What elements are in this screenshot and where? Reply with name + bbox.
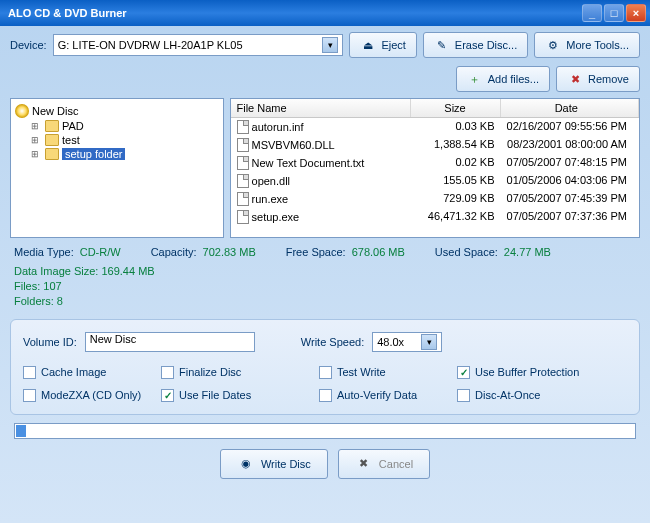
folder-icon — [45, 134, 59, 146]
checkbox-icon — [23, 366, 36, 379]
col-filename[interactable]: File Name — [231, 99, 411, 117]
write-speed-select[interactable]: 48.0x ▾ — [372, 332, 442, 352]
checkbox-icon — [319, 366, 332, 379]
remove-icon: ✖ — [567, 71, 583, 87]
tree-item[interactable]: PAD — [15, 119, 219, 133]
checkbox-icon — [319, 389, 332, 402]
tree-root[interactable]: New Disc — [15, 103, 219, 119]
tree-item-selected[interactable]: setup folder — [15, 147, 219, 161]
device-value: G: LITE-ON DVDRW LH-20A1P KL05 — [58, 39, 243, 51]
disc-tree[interactable]: New Disc PAD test setup folder — [10, 98, 224, 238]
action-buttons: ◉ Write Disc ✖ Cancel — [0, 439, 650, 489]
file-list-body[interactable]: autorun.inf0.03 KB02/16/2007 09:55:56 PM… — [231, 118, 639, 237]
file-row[interactable]: MSVBVM60.DLL1,388.54 KB08/23/2001 08:00:… — [231, 136, 639, 154]
close-button[interactable]: × — [626, 4, 646, 22]
progress-fill — [16, 425, 26, 437]
files-count: Files: 107 — [14, 279, 636, 294]
checkbox-icon — [23, 389, 36, 402]
checkbox-icon: ✓ — [457, 366, 470, 379]
erase-disc-button[interactable]: ✎ Erase Disc... — [423, 32, 528, 58]
tree-item[interactable]: test — [15, 133, 219, 147]
free-space: 678.06 MB — [352, 246, 405, 258]
used-space: 24.77 MB — [504, 246, 551, 258]
folders-count: Folders: 8 — [14, 294, 636, 309]
eraser-icon: ✎ — [434, 37, 450, 53]
burn-icon: ◉ — [237, 455, 255, 473]
capacity: 702.83 MB — [203, 246, 256, 258]
progress-bar — [14, 423, 636, 439]
folder-icon — [45, 120, 59, 132]
eject-icon: ⏏ — [360, 37, 376, 53]
cancel-icon: ✖ — [355, 455, 373, 473]
device-toolbar: Device: G: LITE-ON DVDRW LH-20A1P KL05 ▾… — [0, 26, 650, 64]
file-row[interactable]: run.exe729.09 KB07/05/2007 07:45:39 PM — [231, 190, 639, 208]
file-row[interactable]: setup.exe46,471.32 KB07/05/2007 07:37:36… — [231, 208, 639, 226]
write-speed-label: Write Speed: — [301, 336, 364, 348]
gear-icon: ⚙ — [545, 37, 561, 53]
file-actions: ＋ Add files... ✖ Remove — [0, 64, 650, 98]
file-row[interactable]: New Text Document.txt0.02 KB07/05/2007 0… — [231, 154, 639, 172]
checkbox-icon: ✓ — [161, 389, 174, 402]
volume-id-label: Volume ID: — [23, 336, 77, 348]
checkbox-icon — [161, 366, 174, 379]
checkbox-use-file-dates[interactable]: ✓Use File Dates — [161, 389, 311, 402]
file-list-header: File Name Size Date — [231, 99, 639, 118]
write-disc-button[interactable]: ◉ Write Disc — [220, 449, 328, 479]
col-date[interactable]: Date — [501, 99, 639, 117]
device-label: Device: — [10, 39, 47, 51]
burn-options: Volume ID: New Disc Write Speed: 48.0x ▾… — [10, 319, 640, 415]
file-row[interactable]: autorun.inf0.03 KB02/16/2007 09:55:56 PM — [231, 118, 639, 136]
window-title: ALO CD & DVD Burner — [4, 7, 580, 19]
disc-icon — [15, 104, 29, 118]
file-icon — [237, 192, 249, 206]
checkbox-use-buffer-protection[interactable]: ✓Use Buffer Protection — [457, 366, 637, 379]
checkbox-cache-image[interactable]: Cache Image — [23, 366, 153, 379]
checkbox-test-write[interactable]: Test Write — [319, 366, 449, 379]
checkbox-disc-at-once[interactable]: Disc-At-Once — [457, 389, 637, 402]
checkbox-finalize-disc[interactable]: Finalize Disc — [161, 366, 311, 379]
minimize-button[interactable]: _ — [582, 4, 602, 22]
file-icon — [237, 156, 249, 170]
cancel-button[interactable]: ✖ Cancel — [338, 449, 430, 479]
more-tools-button[interactable]: ⚙ More Tools... — [534, 32, 640, 58]
folder-icon — [45, 148, 59, 160]
add-files-button[interactable]: ＋ Add files... — [456, 66, 550, 92]
maximize-button[interactable]: □ — [604, 4, 624, 22]
col-size[interactable]: Size — [411, 99, 501, 117]
checkbox-auto-verify-data[interactable]: Auto-Verify Data — [319, 389, 449, 402]
disc-stats: Media Type:CD-R/W Capacity:702.83 MB Fre… — [0, 238, 650, 313]
checkbox-modezxa-cd-only-[interactable]: ModeZXA (CD Only) — [23, 389, 153, 402]
file-icon — [237, 174, 249, 188]
chevron-down-icon: ▾ — [421, 334, 437, 350]
checkbox-icon — [457, 389, 470, 402]
add-file-icon: ＋ — [467, 71, 483, 87]
chevron-down-icon: ▾ — [322, 37, 338, 53]
remove-button[interactable]: ✖ Remove — [556, 66, 640, 92]
title-bar: ALO CD & DVD Burner _ □ × — [0, 0, 650, 26]
device-select[interactable]: G: LITE-ON DVDRW LH-20A1P KL05 ▾ — [53, 34, 344, 56]
eject-button[interactable]: ⏏ Eject — [349, 32, 416, 58]
media-type: CD-R/W — [80, 246, 121, 258]
volume-id-input[interactable]: New Disc — [85, 332, 255, 352]
file-icon — [237, 120, 249, 134]
image-size: Data Image Size: 169.44 MB — [14, 264, 636, 279]
file-row[interactable]: open.dll155.05 KB01/05/2006 04:03:06 PM — [231, 172, 639, 190]
file-list: File Name Size Date autorun.inf0.03 KB02… — [230, 98, 640, 238]
file-icon — [237, 210, 249, 224]
file-icon — [237, 138, 249, 152]
